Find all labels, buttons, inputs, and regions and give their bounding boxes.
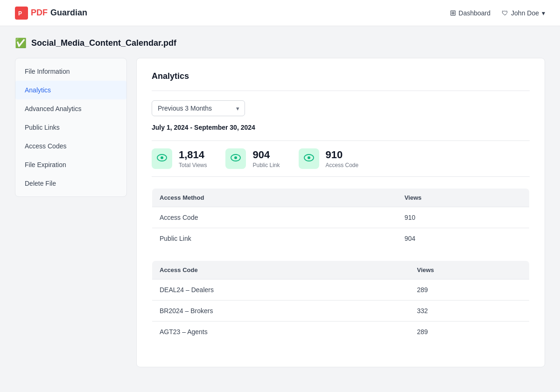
check-circle-icon: ✅ — [15, 37, 27, 49]
access-code-table-header: Access Code Views — [152, 261, 530, 280]
stat-icon-public-link — [225, 148, 246, 169]
user-menu-button[interactable]: 🛡 John Doe ▾ — [502, 9, 545, 17]
views-cell: 904 — [397, 228, 530, 249]
stat-card-public-link: 904 Public Link — [225, 148, 280, 169]
access-code-col-header: Access Code — [152, 261, 410, 280]
sidebar-item-advanced-analytics[interactable]: Advanced Analytics — [15, 99, 126, 118]
access-code-table-section: Access Code Views DEAL24 – Dealers 289 B… — [152, 260, 530, 343]
sidebar-item-public-links[interactable]: Public Links — [15, 118, 126, 137]
logo-icon: P — [15, 7, 28, 20]
sidebar-item-access-codes[interactable]: Access Codes — [15, 137, 126, 155]
views-cell: 332 — [409, 301, 529, 322]
table-row: AGT23 – Agents 289 — [152, 322, 530, 343]
sidebar-item-analytics[interactable]: Analytics — [15, 81, 126, 99]
access-code-table-body: DEAL24 – Dealers 289 BR2024 – Brokers 33… — [152, 280, 530, 343]
sidebar-item-file-information[interactable]: File Information — [15, 62, 126, 81]
views-cell: 289 — [409, 280, 529, 301]
views-cell: 910 — [397, 207, 530, 228]
eye-icon-access — [304, 154, 314, 164]
svg-point-3 — [161, 156, 163, 159]
access-code-cell: BR2024 – Brokers — [152, 301, 410, 322]
table-row: Access Code 910 — [152, 207, 530, 228]
access-method-table-header: Access Method Views — [152, 189, 530, 207]
views-col-header-2: Views — [409, 261, 529, 280]
svg-point-5 — [234, 156, 237, 159]
svg-point-7 — [308, 156, 310, 159]
table-row: DEAL24 – Dealers 289 — [152, 280, 530, 301]
total-views-label: Total Views — [179, 162, 207, 168]
views-cell: 289 — [409, 322, 529, 343]
content-area: File Information Analytics Advanced Anal… — [15, 58, 545, 367]
stat-info-total-views: 1,814 Total Views — [179, 149, 207, 168]
shield-icon: 🛡 — [502, 9, 508, 17]
stat-info-public-link: 904 Public Link — [252, 149, 280, 168]
sidebar-item-delete-file[interactable]: Delete File — [15, 174, 126, 193]
stat-icon-access-code — [299, 148, 319, 169]
access-method-table: Access Method Views Access Code 910 Publ… — [152, 188, 530, 249]
header: P PDFGuardian ⊞ Dashboard 🛡 John Doe ▾ — [0, 0, 560, 26]
stat-card-total-views: 1,814 Total Views — [152, 148, 207, 169]
access-code-label: Access Code — [326, 162, 359, 168]
public-link-label: Public Link — [252, 162, 280, 168]
stat-card-access-code: 910 Access Code — [299, 148, 359, 169]
date-range: July 1, 2024 - September 30, 2024 — [152, 124, 530, 131]
sidebar: File Information Analytics Advanced Anal… — [15, 58, 127, 197]
chevron-down-icon: ▾ — [542, 9, 545, 17]
main-panel: Analytics Previous 3 Months Previous Mon… — [136, 58, 545, 367]
section-title: Analytics — [152, 71, 530, 81]
access-method-col-header: Access Method — [152, 189, 397, 207]
svg-text:P: P — [18, 10, 22, 17]
stats-row: 1,814 Total Views 904 — [152, 140, 530, 177]
access-code-cell: AGT23 – Agents — [152, 322, 410, 343]
dashboard-label: Dashboard — [459, 9, 491, 17]
page-title: Social_Media_Content_Calendar.pdf — [31, 38, 176, 48]
access-method-cell: Access Code — [152, 207, 397, 228]
logo-guardian-text: Guardian — [50, 8, 87, 18]
dashboard-button[interactable]: ⊞ Dashboard — [450, 8, 491, 17]
date-filter-wrapper: Previous 3 Months Previous Month Previou… — [152, 100, 245, 116]
logo: P PDFGuardian — [15, 7, 87, 20]
total-views-number: 1,814 — [179, 149, 207, 161]
page: ✅ Social_Media_Content_Calendar.pdf File… — [0, 26, 560, 378]
date-filter-select[interactable]: Previous 3 Months Previous Month Previou… — [152, 100, 245, 116]
date-filter-row: Previous 3 Months Previous Month Previou… — [152, 100, 530, 116]
section-divider — [152, 91, 530, 91]
access-method-table-body: Access Code 910 Public Link 904 — [152, 207, 530, 249]
access-code-cell: DEAL24 – Dealers — [152, 280, 410, 301]
user-name: John Doe — [511, 9, 539, 17]
table-row: BR2024 – Brokers 332 — [152, 301, 530, 322]
eye-icon-total — [157, 154, 167, 164]
public-link-number: 904 — [252, 149, 280, 161]
access-code-table: Access Code Views DEAL24 – Dealers 289 B… — [152, 260, 530, 343]
access-code-number: 910 — [326, 149, 359, 161]
table-row: Public Link 904 — [152, 228, 530, 249]
page-title-row: ✅ Social_Media_Content_Calendar.pdf — [15, 37, 545, 49]
header-right: ⊞ Dashboard 🛡 John Doe ▾ — [450, 8, 545, 17]
grid-icon: ⊞ — [450, 8, 456, 17]
stat-info-access-code: 910 Access Code — [326, 149, 359, 168]
sidebar-item-file-expiration[interactable]: File Expiration — [15, 155, 126, 174]
eye-icon-public — [231, 154, 241, 164]
views-col-header: Views — [397, 189, 530, 207]
access-method-table-section: Access Method Views Access Code 910 Publ… — [152, 188, 530, 249]
stat-icon-total-views — [152, 148, 172, 169]
logo-pdf-text: PDF — [31, 8, 48, 18]
access-method-cell: Public Link — [152, 228, 397, 249]
